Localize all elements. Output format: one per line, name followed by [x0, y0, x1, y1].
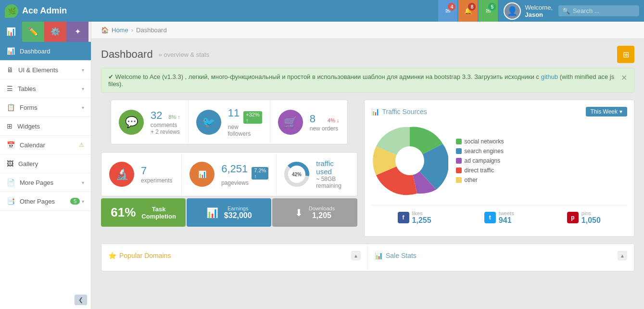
icon-nav-extra[interactable]: ✦ [66, 22, 88, 42]
sidebar-link-calendar[interactable]: 📅 Calendar ⚠ [0, 136, 91, 154]
task-completion-button[interactable]: 61% Task Completion [101, 198, 186, 227]
icon-nav-edit[interactable]: ✏️ [22, 22, 44, 42]
comments-label: comments + 2 reviews [151, 122, 180, 135]
downloads-label: Downloads [309, 206, 335, 211]
sidebar-collapse-button[interactable]: ❮ [75, 295, 87, 305]
twitter-tweets: 941 [499, 216, 514, 225]
user-greeting: Welcome, Jason [525, 4, 553, 18]
legend-dot [456, 139, 462, 144]
experiments-icon-circle: 🔬 [109, 162, 134, 187]
mail-button[interactable]: ✉ 4 [438, 0, 457, 22]
other-pages-icon: 📑 [7, 197, 15, 205]
stat-traffic[interactable]: 42% traffic used ~ 58GB remaining [277, 153, 356, 196]
message-button[interactable]: ✉ 5 [479, 0, 498, 22]
downloads-button[interactable]: ⬇ Downloads 1,205 [272, 198, 357, 227]
sale-stats-collapse[interactable]: ▲ [618, 251, 627, 260]
this-week-button[interactable]: This Week ▾ [586, 107, 627, 116]
sidebar-menu: 📊 Dashboard 🖥 UI & Elements ▾ ☰ [0, 42, 91, 211]
sidebar-label-widgets: Widgets [17, 123, 40, 130]
icon-nav-dashboard[interactable]: 📊 [0, 22, 22, 42]
traffic-card-header: 📊 Traffic Sources This Week ▾ [371, 107, 628, 116]
popular-domains-title: ⭐ Popular Domains [108, 252, 171, 259]
sidebar-link-dashboard[interactable]: 📊 Dashboard [0, 42, 91, 60]
sidebar-link-forms[interactable]: 📋 Forms ▾ [0, 98, 91, 116]
popular-domains-collapse[interactable]: ▲ [351, 251, 361, 260]
sidebar-item-dashboard: 📊 Dashboard [0, 42, 91, 61]
earnings-value: $32,000 [224, 211, 252, 220]
sidebar-link-ui[interactable]: 🖥 UI & Elements ▾ [0, 61, 91, 79]
earnings-button[interactable]: 📊 Earnings $32,000 [187, 198, 271, 227]
orders-value: 8 [310, 113, 316, 125]
popular-domains-panel: ⭐ Popular Domains ▲ [101, 244, 368, 271]
dashboard-icon: 📊 [7, 47, 15, 55]
message-badge: 5 [488, 3, 496, 11]
chevron-down-icon: ▾ [82, 199, 84, 204]
social-twitter: t tweets 941 [484, 210, 514, 225]
more-pages-icon: 📄 [7, 179, 15, 186]
traffic-donut: 42% [284, 162, 309, 187]
followers-icon-circle: 🐦 [196, 110, 221, 135]
sidebar-label-gallery: Gallery [18, 160, 38, 167]
chevron-down-icon: ▾ [619, 108, 622, 115]
pinterest-info: pins 1,050 [581, 210, 601, 225]
bell-button[interactable]: 🔔 8 [458, 0, 478, 22]
earnings-info: Earnings $32,000 [224, 206, 252, 220]
alert-close-button[interactable]: ✕ [621, 73, 627, 82]
brand[interactable]: 🌿 Ace Admin [5, 4, 67, 18]
stat-experiments[interactable]: 🔬 7 experiments [101, 153, 182, 196]
alert-link[interactable]: github [541, 73, 558, 80]
sidebar-link-gallery[interactable]: 🖼 Gallery [0, 154, 91, 173]
sidebar-label-tables: Tables [18, 85, 36, 92]
sidebar-link-more[interactable]: 📄 More Pages ▾ [0, 173, 91, 192]
stat-pageviews[interactable]: 📊 6,251 7.2% ↑ pageviews [182, 153, 277, 196]
user-area[interactable]: 👤 Welcome, Jason [499, 2, 557, 20]
breadcrumb-separator: › [131, 26, 133, 34]
sidebar: 📊 ✏️ ⚙️ ✦ 📊 Dashboard 🖥 UI & Elements [0, 22, 91, 309]
legend-label: search engines [465, 148, 504, 154]
other-pages-badge: 5 [70, 198, 80, 205]
legend-other: other [456, 177, 504, 183]
popular-domains-controls: ▲ [351, 251, 361, 260]
layout: 📊 ✏️ ⚙️ ✦ 📊 Dashboard 🖥 UI & Elements [0, 22, 644, 309]
calendar-icon: 📅 [7, 141, 15, 149]
experiments-value: 7 [141, 165, 147, 177]
bar-chart-icon: 📊 [375, 252, 383, 259]
stat-comments[interactable]: 💬 32 8% ↑ comments + 2 reviews [111, 100, 189, 144]
sidebar-link-widgets[interactable]: ⊞ Widgets [0, 117, 91, 135]
sidebar-link-tables[interactable]: ☰ Tables ▾ [0, 79, 91, 98]
mail-badge: 4 [448, 3, 455, 11]
sidebar-item-other: 📑 Other Pages 5 ▾ [0, 192, 91, 211]
sidebar-label-other: Other Pages [20, 198, 55, 205]
search-box[interactable]: 🔍 [558, 5, 639, 16]
followers-value: 11 [228, 107, 240, 119]
svg-point-3 [395, 146, 424, 175]
breadcrumb-home[interactable]: Home [112, 26, 128, 34]
stat-followers[interactable]: 🐦 11 +32% ↑ new followers [189, 100, 270, 144]
pageviews-label: pageviews [221, 180, 268, 186]
legend-dot [456, 167, 462, 173]
stats-row-2: 🔬 7 experiments 📊 6,251 [101, 152, 357, 196]
stat-orders[interactable]: 🛒 8 4% ↓ new orders [270, 100, 347, 144]
sidebar-link-other[interactable]: 📑 Other Pages 5 ▾ [0, 192, 91, 210]
top-nav: 🌿 Ace Admin ✉ 4 🔔 8 ✉ 5 👤 Welcome, Jason… [0, 0, 644, 22]
orders-change: 4% ↓ [328, 117, 339, 123]
pie-chart-container: social networks search engines ad campai… [371, 122, 628, 199]
stats-and-traffic: 💬 32 8% ↑ comments + 2 reviews 🐦 [101, 100, 634, 237]
task-label: Task Completion [141, 206, 176, 220]
social-stats: f likes 1,255 t tweets 941 [371, 205, 628, 230]
sidebar-item-ui: 🖥 UI & Elements ▾ [0, 61, 91, 79]
stat-comments-info: 32 8% ↑ comments + 2 reviews [151, 109, 180, 135]
stat-orders-info: 8 4% ↓ new orders [310, 113, 340, 132]
earnings-icon: 📊 [206, 207, 218, 219]
search-input[interactable] [573, 7, 635, 14]
icon-nav-settings[interactable]: ⚙️ [44, 22, 66, 42]
sidebar-item-widgets: ⊞ Widgets [0, 117, 91, 136]
widgets-icon: ⊞ [7, 122, 13, 130]
avatar: 👤 [504, 2, 521, 20]
page-subtitle: » overview & stats [159, 51, 210, 58]
followers-change: +32% ↑ [243, 111, 262, 124]
alert-text: ✔ Welcome to Ace (v1.3.3) , легкий, мног… [108, 73, 616, 88]
ui-icon: 🖥 [7, 66, 13, 74]
downloads-info: Downloads 1,205 [309, 206, 335, 220]
bell-badge: 8 [468, 3, 476, 11]
